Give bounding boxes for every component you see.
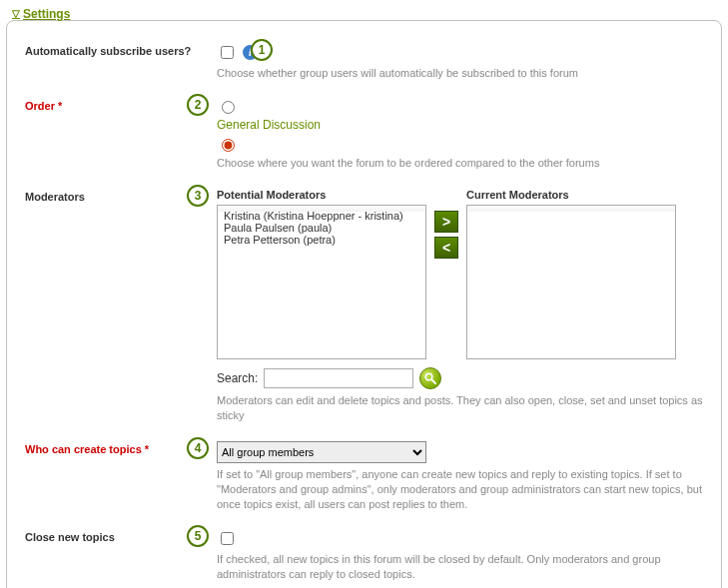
autosub-checkbox[interactable] (221, 46, 234, 59)
settings-panel: Automatically subscribe users? 1 Choose … (6, 20, 722, 589)
list-item[interactable]: Paula Paulsen (paula) (224, 222, 419, 234)
svg-line-1 (431, 379, 435, 383)
order-help: Choose where you want the forum to be or… (217, 156, 703, 171)
order-radio-bottom[interactable] (222, 139, 235, 152)
badge-4: 4 (187, 437, 209, 459)
list-item[interactable]: Kristina (Kristina Hoeppner - kristina) (224, 210, 419, 222)
close-help: If checked, all new topics in this forum… (217, 552, 703, 582)
potential-moderators-list[interactable]: Kristina (Kristina Hoeppner - kristina)P… (217, 205, 426, 359)
move-left-button[interactable]: < (434, 237, 458, 259)
autosub-label: Automatically subscribe users? (25, 43, 195, 57)
move-right-button[interactable]: > (434, 211, 458, 233)
create-label: Who can create topics * (25, 441, 195, 455)
list-item[interactable]: Petra Petterson (petra) (224, 234, 419, 246)
potential-moderators-title: Potential Moderators (217, 189, 426, 201)
settings-title: Settings (23, 7, 70, 21)
order-radio-top[interactable] (222, 101, 235, 114)
badge-1: 1 (251, 39, 273, 61)
autosub-help: Choose whether group users will automati… (217, 66, 703, 81)
close-topics-checkbox[interactable] (221, 532, 234, 545)
create-help: If set to "All group members", anyone ca… (217, 467, 703, 512)
magnifier-icon (423, 371, 437, 385)
moderators-help: Moderators can edit and delete topics an… (217, 393, 703, 423)
create-topics-select[interactable]: All group members (217, 441, 426, 463)
moderators-label: Moderators (25, 189, 195, 203)
order-label: Order * (25, 98, 195, 112)
search-label: Search: (217, 371, 258, 385)
moderator-search-input[interactable] (264, 368, 413, 388)
search-button[interactable] (419, 367, 441, 389)
close-label: Close new topics (25, 529, 195, 543)
current-moderators-title: Current Moderators (466, 189, 676, 201)
disclosure-triangle-icon: ▽ (12, 8, 20, 19)
current-moderators-list[interactable] (466, 205, 676, 359)
order-option-label: General Discussion (217, 118, 321, 132)
settings-toggle[interactable]: ▽ Settings (12, 7, 70, 21)
